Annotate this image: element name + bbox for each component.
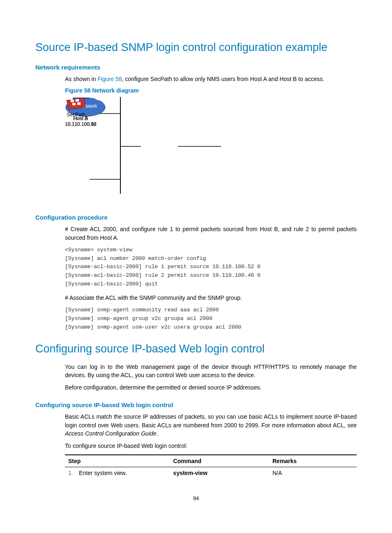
table-row: 1. Enter system view. system-view N/A — [65, 467, 357, 479]
config-step2-desc: # Associate the ACL with the SNMP commun… — [65, 294, 357, 302]
step-text: Enter system view. — [79, 470, 127, 476]
step-command: system-view — [173, 470, 208, 476]
host-b-ip: 10.110.100.52 — [65, 121, 97, 127]
secpath-label: SecPath — [65, 112, 87, 118]
svg-rect-18 — [76, 99, 79, 102]
step-number: 1. — [68, 470, 77, 476]
heading-web-login-sub: Configuring source IP-based Web login co… — [35, 401, 357, 408]
figure-link[interactable]: Figure 58 — [97, 76, 122, 82]
config-step1-desc: # Create ACL 2000, and configure rule 1 … — [65, 225, 357, 242]
web-login-p4: To configure source IP-based Web login c… — [65, 442, 357, 450]
svg-rect-19 — [72, 103, 76, 105]
heading-web-login: Configuring source IP-based Web login co… — [35, 343, 357, 355]
network-requirements-text: As shown in Figure 58, configure SecPath… — [65, 75, 357, 83]
step-remarks: N/A — [269, 467, 357, 479]
code-block-1: <Sysname> system-view [Sysname] acl numb… — [65, 246, 357, 289]
col-step: Step — [65, 455, 170, 467]
col-remarks: Remarks — [269, 455, 357, 467]
steps-table: Step Command Remarks 1. Enter system vie… — [65, 454, 357, 479]
table-header-row: Step Command Remarks — [65, 455, 357, 467]
page-number: 94 — [35, 495, 357, 501]
network-diagram: Host A 10.110.100.46 Host B 10.110.100.5… — [65, 97, 279, 204]
code-block-2: [Sysname] snmp-agent community read aaa … — [65, 306, 357, 331]
svg-rect-20 — [77, 102, 81, 105]
text: As shown in — [65, 76, 97, 82]
svg-rect-17 — [71, 100, 74, 102]
heading-config-procedure: Configuration procedure — [35, 214, 357, 221]
web-login-p2: Before configuration, determine the perm… — [65, 383, 357, 392]
heading-snmp-example: Source IP-based SNMP login control confi… — [35, 41, 357, 54]
heading-network-requirements: Network requirements — [35, 64, 357, 71]
text: . — [157, 430, 158, 437]
secpath-device: SecPath — [65, 97, 87, 118]
guide-ref: Access Control Configuration Guide — [65, 430, 157, 437]
web-login-p1: You can log in to the Web management pag… — [65, 363, 357, 380]
firewall-icon — [65, 97, 87, 112]
text: Basic ACLs match the source IP addresses… — [65, 413, 357, 428]
figure-caption: Figure 58 Network diagram — [65, 87, 357, 94]
col-command: Command — [170, 455, 269, 467]
text: , configure SecPath to allow only NMS us… — [122, 76, 325, 82]
web-login-p3: Basic ACLs match the source IP addresses… — [65, 412, 357, 438]
